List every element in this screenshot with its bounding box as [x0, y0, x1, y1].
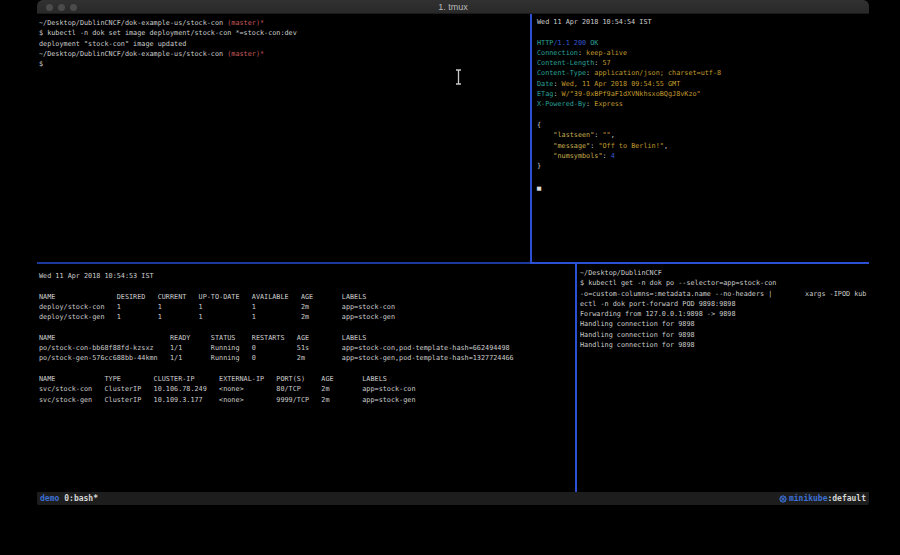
terminal-line [537, 27, 869, 37]
pane-top-right-http-response[interactable]: Wed 11 Apr 2018 10:54:54 IST HTTP/1.1 20… [532, 14, 869, 262]
terminal-line: po/stock-con-bb68f88fd-kzsxz 1/1 Running… [39, 343, 575, 353]
terminal-line: NAME DESIRED CURRENT UP-TO-DATE AVAILABL… [39, 292, 575, 302]
window-titlebar[interactable]: 1. tmux [37, 0, 869, 14]
terminal-line [537, 110, 869, 120]
terminal-line: } [537, 161, 869, 171]
terminal-line: Content-Length: 57 [537, 58, 869, 68]
tmux-status-bar: demo 0:bash* minikube :default [37, 492, 869, 505]
kubernetes-helm-icon [779, 495, 787, 503]
kube-namespace: :default [827, 494, 866, 503]
terminal-line [39, 364, 575, 374]
terminal-line [39, 281, 575, 291]
terminal-line: Wed 11 Apr 2018 10:54:54 IST [537, 17, 869, 27]
terminal-line: Connection: keep-alive [537, 48, 869, 58]
terminal-line: Handling connection for 9898 [580, 340, 869, 350]
terminal-line [537, 171, 869, 181]
terminal-line: deployment "stock-con" image updated [39, 39, 530, 49]
terminal-line: deploy/stock-gen 1 1 1 1 2m app=stock-ge… [39, 312, 575, 322]
terminal-line: HTTP/1.1 200 OK [537, 38, 869, 48]
terminal-line: -o=custom-columns=:metadata.name --no-he… [580, 289, 869, 299]
ibeam-mouse-cursor [454, 69, 463, 85]
terminal-line: svc/stock-con ClusterIP 10.106.78.249 <n… [39, 384, 575, 394]
pane-bottom-left-kubectl-get[interactable]: Wed 11 Apr 2018 10:54:53 IST NAME DESIRE… [37, 264, 575, 492]
terminal-line: $ [39, 59, 530, 69]
terminal-line: X-Powered-By: Express [537, 99, 869, 109]
pane-top-left-shell[interactable]: ~/Desktop/DublinCNCF/dok-example-us/stoc… [37, 14, 530, 262]
tmux-session-name: demo [40, 494, 59, 503]
terminal-line [39, 322, 575, 332]
terminal-line: Handling connection for 9898 [580, 319, 869, 329]
terminal-line: ETag: W/"39-0xBPf9aF1dXVNkhsxoBQgJ8vKzo" [537, 89, 869, 99]
terminal-line: deploy/stock-con 1 1 1 1 2m app=stock-co… [39, 302, 575, 312]
terminal-line: ectl -n dok port-forward POD 9898:9898 [580, 299, 869, 309]
terminal-line: "numsymbols": 4 [537, 151, 869, 161]
terminal-line: svc/stock-gen ClusterIP 10.109.3.177 <no… [39, 395, 575, 405]
tmux-window-label[interactable]: 0:bash* [64, 494, 98, 503]
desktop-background: 1. tmux ~/Desktop/DublinCNCF/dok-example… [0, 0, 900, 555]
terminal-line: NAME TYPE CLUSTER-IP EXTERNAL-IP PORT(S)… [39, 374, 575, 384]
terminal-line: ~/Desktop/DublinCNCF/dok-example-us/stoc… [39, 49, 530, 59]
pane-bottom-right-port-forward[interactable]: ~/Desktop/DublinCNCF$ kubectl get -n dok… [577, 264, 869, 492]
terminal-line: Wed 11 Apr 2018 10:54:53 IST [39, 271, 575, 281]
terminal-window: 1. tmux ~/Desktop/DublinCNCF/dok-example… [37, 0, 869, 506]
terminal-line: Content-Type: application/json; charset=… [537, 68, 869, 78]
terminal-line: $ kubectl get -n dok po --selector=app=s… [580, 278, 869, 288]
terminal-line: NAME READY STATUS RESTARTS AGE LABELS [39, 333, 575, 343]
terminal-line: ~/Desktop/DublinCNCF/dok-example-us/stoc… [39, 18, 530, 28]
terminal-line: Handling connection for 9898 [580, 330, 869, 340]
terminal-line: Forwarding from 127.0.0.1:9898 -> 9898 [580, 309, 869, 319]
terminal-line: "lastseen": "", [537, 130, 869, 140]
terminal-line: "message": "Off to Berlin!", [537, 141, 869, 151]
kube-context: minikube [789, 494, 828, 503]
terminal-line: Date: Wed, 11 Apr 2018 09:54:55 GMT [537, 79, 869, 89]
terminal-line: $ kubectl -n dok set image deployment/st… [39, 28, 530, 38]
terminal-line: { [537, 120, 869, 130]
window-title: 1. tmux [37, 0, 869, 14]
terminal-line: ~/Desktop/DublinCNCF [580, 268, 869, 278]
terminal-line: po/stock-gen-576cc688bb-44kmn 1/1 Runnin… [39, 353, 575, 363]
terminal-line: ▄ [537, 182, 869, 192]
